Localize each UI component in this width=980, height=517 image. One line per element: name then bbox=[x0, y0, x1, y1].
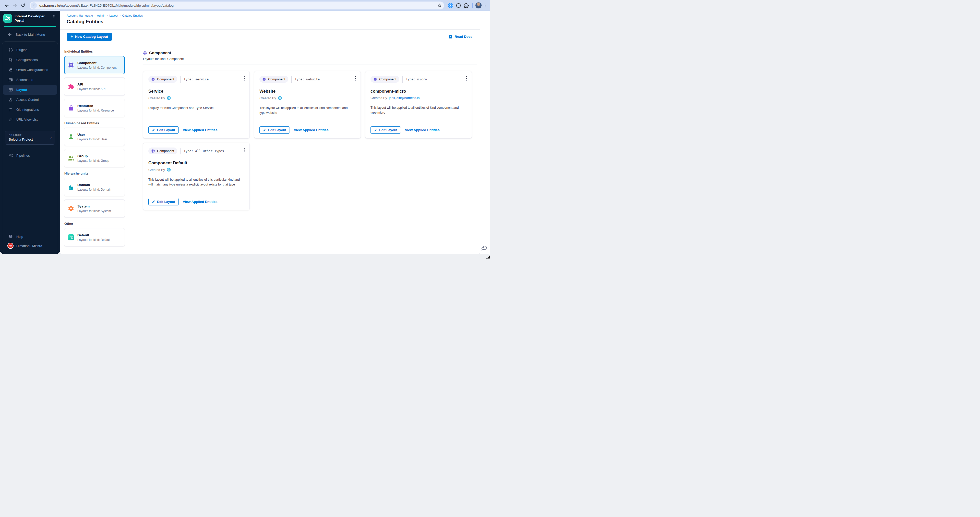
card-menu-button[interactable] bbox=[465, 75, 468, 82]
created-by-row: Created By jenil.jain@harness.io bbox=[371, 96, 466, 100]
kind-tag-label: Component bbox=[157, 77, 174, 81]
new-catalog-layout-button[interactable]: + New Catalog Layout bbox=[67, 33, 112, 41]
viewport-right-margin bbox=[480, 11, 490, 254]
entity-name: Resource bbox=[77, 104, 114, 108]
entity-item-user[interactable]: User Layouts for kind: User bbox=[64, 128, 125, 146]
entity-sub: Layouts for kind: Resource bbox=[77, 109, 114, 112]
entity-sub: Layouts for kind: Domain bbox=[77, 188, 111, 191]
kind-tag: Component bbox=[259, 76, 288, 82]
entity-item-domain[interactable]: Domain Layouts for kind: Domain bbox=[64, 178, 125, 196]
sidebar-item-git-integrations[interactable]: Git Integrations bbox=[3, 105, 57, 114]
sidebar-item-label: Scorecards bbox=[16, 78, 33, 82]
breadcrumb-account[interactable]: Account: Harness.io bbox=[67, 14, 93, 17]
created-by-row: Created By bbox=[259, 96, 355, 100]
card-title: Component Default bbox=[148, 160, 244, 165]
sidebar-item-access-control[interactable]: Access Control bbox=[3, 95, 57, 105]
bookmark-star-icon[interactable] bbox=[437, 3, 442, 8]
password-manager-extension-icon[interactable] bbox=[447, 2, 454, 9]
plus-icon: + bbox=[70, 34, 73, 39]
browser-forward-button[interactable] bbox=[11, 2, 18, 9]
component-chip-icon bbox=[374, 78, 377, 81]
section-label-individual: Individual Entities bbox=[64, 49, 138, 53]
entity-item-resource[interactable]: Resource Layouts for kind: Resource bbox=[64, 99, 125, 117]
module-grid-icon[interactable] bbox=[53, 15, 57, 23]
view-applied-entities-link[interactable]: View Applied Entities bbox=[294, 128, 329, 132]
sidebar-item-label: Plugins bbox=[16, 48, 27, 52]
read-docs-label: Read Docs bbox=[455, 35, 473, 38]
entity-sub: Layouts for kind: API bbox=[77, 87, 105, 91]
sidebar-item-url-allow-list[interactable]: URL Allow List bbox=[3, 115, 57, 125]
browser-refresh-button[interactable] bbox=[19, 2, 27, 9]
entity-item-default[interactable]: Default Layouts for kind: Default bbox=[64, 228, 125, 246]
app-title: Internal Developer Portal bbox=[14, 14, 53, 23]
sidebar: Internal Developer Portal Back to Main M… bbox=[0, 11, 60, 254]
chevron-right-icon: › bbox=[50, 135, 52, 140]
breadcrumb-admin[interactable]: Admin bbox=[97, 14, 105, 17]
sidebar-spacer bbox=[2, 161, 58, 232]
entity-sub: Layouts for kind: Group bbox=[77, 159, 109, 163]
breadcrumb-separator: › bbox=[120, 14, 121, 17]
card-tag-row: Component Type: service bbox=[148, 76, 244, 82]
layouts-area: Component Layouts for kind: Component Co… bbox=[138, 44, 480, 254]
card-menu-button[interactable] bbox=[354, 75, 357, 82]
breadcrumb-catalog-entities[interactable]: Catalog Entities bbox=[122, 14, 143, 17]
section-label-other: Other bbox=[64, 222, 138, 225]
card-menu-button[interactable] bbox=[243, 146, 246, 154]
sidebar-item-scorecards[interactable]: Scorecards bbox=[3, 75, 57, 85]
card-description: This layout will be applied to all entit… bbox=[148, 178, 244, 187]
edit-layout-button[interactable]: Edit Layout bbox=[371, 126, 401, 134]
user-avatar: HM bbox=[7, 243, 14, 249]
card-description: This layout will be applied to all entit… bbox=[371, 105, 466, 115]
edit-layout-button[interactable]: Edit Layout bbox=[148, 126, 179, 134]
sidebar-item-plugins[interactable]: Plugins bbox=[3, 45, 57, 55]
spinner-extension-icon[interactable] bbox=[455, 2, 462, 9]
project-selector[interactable]: PROJECT Select a Project › bbox=[5, 131, 55, 145]
support-chat-button[interactable] bbox=[480, 244, 488, 251]
entity-item-api[interactable]: API Layouts for kind: API bbox=[64, 77, 125, 96]
view-applied-entities-link[interactable]: View Applied Entities bbox=[183, 128, 218, 132]
kind-tag: Component bbox=[148, 147, 177, 154]
read-docs-link[interactable]: Read Docs bbox=[449, 35, 473, 39]
section-label-hierarchy: Hierarchy units bbox=[64, 171, 138, 175]
toolbar: + New Catalog Layout Read Docs bbox=[60, 30, 480, 44]
sidebar-item-pipelines[interactable]: Pipelines bbox=[3, 151, 57, 160]
view-applied-entities-link[interactable]: View Applied Entities bbox=[183, 200, 218, 204]
card-actions: Edit Layout View Applied Entities bbox=[148, 198, 244, 205]
sidebar-item-configurations[interactable]: Configurations bbox=[3, 55, 57, 65]
content: Individual Entities Component Layouts fo… bbox=[60, 44, 480, 254]
card-menu-button[interactable] bbox=[243, 75, 246, 82]
creator-email-link[interactable]: jenil.jain@harness.io bbox=[389, 96, 420, 100]
sidebar-item-help[interactable]: Help bbox=[3, 232, 57, 241]
link-icon bbox=[8, 117, 13, 122]
harness-icon bbox=[167, 168, 171, 172]
entity-item-system[interactable]: System Layouts for kind: System bbox=[64, 199, 125, 218]
extensions-icon[interactable] bbox=[463, 2, 470, 9]
card-title: Website bbox=[259, 89, 355, 94]
pencil-icon bbox=[152, 128, 155, 132]
sidebar-item-layout[interactable]: Layout bbox=[3, 85, 57, 95]
entity-item-component[interactable]: Component Layouts for kind: Component bbox=[64, 56, 125, 74]
entity-item-group[interactable]: Group Layouts for kind: Group bbox=[64, 149, 125, 167]
edit-layout-label: Edit Layout bbox=[157, 128, 175, 132]
type-text: Type: All Other Types bbox=[184, 149, 224, 153]
user-menu[interactable]: HM Himanshu Mishra bbox=[2, 242, 58, 254]
layout-card-component-default: Component Type: All Other Types Componen… bbox=[143, 143, 250, 210]
sidebar-item-oauth-configurations[interactable]: OAuth Configurations bbox=[3, 65, 57, 75]
breadcrumb-layout[interactable]: Layout bbox=[109, 14, 118, 17]
edit-layout-button[interactable]: Edit Layout bbox=[148, 198, 179, 205]
tag-divider bbox=[180, 148, 181, 154]
browser-back-button[interactable] bbox=[3, 2, 10, 9]
card-actions: Edit Layout View Applied Entities bbox=[259, 126, 355, 134]
browser-profile-avatar[interactable] bbox=[475, 2, 482, 9]
scorecard-icon bbox=[8, 78, 13, 82]
site-settings-icon[interactable] bbox=[31, 2, 37, 9]
entity-name: Default bbox=[77, 233, 110, 237]
address-bar[interactable]: qa.harness.io/ng/account/zEaak-FLS425IEO… bbox=[30, 2, 444, 10]
view-applied-entities-link[interactable]: View Applied Entities bbox=[405, 128, 440, 132]
sidebar-item-label: Pipelines bbox=[16, 154, 30, 157]
component-chip-icon bbox=[68, 62, 74, 68]
group-icon bbox=[68, 155, 74, 162]
back-to-main-menu[interactable]: Back to Main Menu bbox=[0, 32, 60, 37]
edit-layout-button[interactable]: Edit Layout bbox=[259, 126, 290, 134]
browser-menu-button[interactable] bbox=[483, 2, 487, 9]
